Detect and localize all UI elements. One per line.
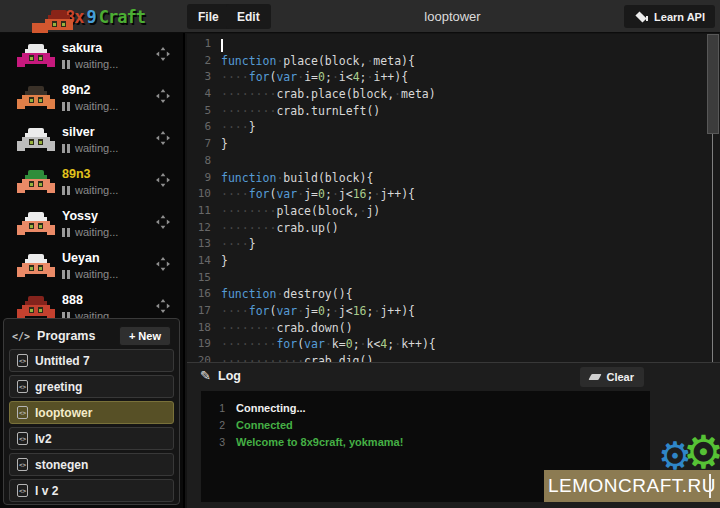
code-line[interactable]: 3····for(var·i=0;·i<4;·i++){ xyxy=(187,69,720,86)
file-code-icon: <> xyxy=(17,380,28,393)
app-window: 8x 9 Craft File Edit looptower Learn API… xyxy=(0,0,720,508)
crab-eye xyxy=(38,181,43,187)
eraser-icon xyxy=(589,374,602,380)
code-line[interactable]: 7} xyxy=(187,136,720,153)
code-line[interactable]: 11········place(block,·j) xyxy=(187,203,720,220)
crab-avatar xyxy=(17,43,55,70)
crab-eye xyxy=(38,265,43,271)
pause-icon xyxy=(62,270,70,279)
code-line[interactable]: 19········for(var·k=0;·k<4;·k++){ xyxy=(187,336,720,353)
crab-avatar xyxy=(17,169,55,196)
learn-api-button[interactable]: Learn API xyxy=(624,5,715,28)
file-code-icon: <> xyxy=(17,484,28,497)
crab-eye xyxy=(38,97,43,103)
program-item[interactable]: <>looptower xyxy=(9,401,174,424)
crab-row[interactable]: sakurawaiting... xyxy=(0,35,183,77)
crab-eye xyxy=(29,181,34,187)
code-line[interactable]: 17····for(var·j=0;·j<16;·j++){ xyxy=(187,303,720,320)
program-item[interactable]: <>stonegen xyxy=(9,453,174,476)
program-item[interactable]: <>lv2 xyxy=(9,427,174,450)
line-number: 15 xyxy=(187,270,211,287)
move-icon[interactable] xyxy=(156,215,170,229)
graduation-cap-icon xyxy=(634,12,648,22)
crab-row[interactable]: 89n3waiting... xyxy=(0,161,183,203)
code-line[interactable]: 12········crab.up() xyxy=(187,220,720,237)
code-line[interactable]: 6····} xyxy=(187,119,720,136)
pause-icon xyxy=(62,186,70,195)
code-icon: </> xyxy=(12,331,30,342)
clear-label: Clear xyxy=(606,371,634,383)
move-icon[interactable] xyxy=(156,257,170,271)
editor-scrollbar[interactable] xyxy=(706,34,720,362)
program-item[interactable]: <>l v 2 xyxy=(9,479,174,502)
line-number: 1 xyxy=(187,36,211,53)
new-program-button[interactable]: + New xyxy=(119,326,171,346)
move-icon[interactable] xyxy=(156,173,170,187)
program-label: Untitled 7 xyxy=(35,354,90,368)
crab-row[interactable]: 888waiting... xyxy=(0,287,183,318)
move-icon[interactable] xyxy=(156,89,170,103)
crab-list: sakurawaiting...89n2waiting...silverwait… xyxy=(0,35,183,318)
status-text: waiting... xyxy=(75,310,118,318)
program-item[interactable]: <>Untitled 7 xyxy=(9,349,174,372)
line-number: 8 xyxy=(187,153,211,170)
gear-icon-green: ⚙ xyxy=(683,429,720,475)
programs-header: </> Programs + New xyxy=(9,323,174,349)
programs-panel: </> Programs + New <>Untitled 7<>greetin… xyxy=(3,318,180,505)
programs-title: Programs xyxy=(37,329,112,343)
code-line[interactable]: 16function·destroy(){ xyxy=(187,286,720,303)
pause-icon xyxy=(62,102,70,111)
line-number: 5 xyxy=(187,103,211,120)
code-line[interactable]: 15 xyxy=(187,270,720,287)
program-item[interactable]: <>greeting xyxy=(9,375,174,398)
log-line-number: 3 xyxy=(201,436,225,448)
code-line[interactable]: 10····for(var·j=0;·j<16;·j++){ xyxy=(187,186,720,203)
code-line[interactable]: 13····} xyxy=(187,236,720,253)
crab-avatar xyxy=(17,127,55,154)
move-icon[interactable] xyxy=(156,131,170,145)
program-label: greeting xyxy=(35,380,82,394)
code-line[interactable]: 18········crab.down() xyxy=(187,320,720,337)
code-line[interactable]: 8 xyxy=(187,153,720,170)
log-line-number: 1 xyxy=(201,402,225,414)
crab-row[interactable]: silverwaiting... xyxy=(0,119,183,161)
crab-eye xyxy=(29,223,34,229)
line-number: 7 xyxy=(187,136,211,153)
status-text: waiting... xyxy=(75,184,118,196)
scrollbar-thumb[interactable] xyxy=(707,34,719,134)
code-editor[interactable]: 12function·place(block,·meta){3····for(v… xyxy=(187,34,720,362)
log-line-number: 2 xyxy=(201,419,225,431)
code-line[interactable]: 5········crab.turnLeft() xyxy=(187,103,720,120)
crab-avatar xyxy=(17,295,55,319)
clear-log-button[interactable]: Clear xyxy=(580,367,644,387)
line-number: 20 xyxy=(187,353,211,362)
code-line[interactable]: 4········crab.place(block,·meta) xyxy=(187,86,720,103)
move-icon[interactable] xyxy=(156,47,170,61)
crab-row[interactable]: Ueyanwaiting... xyxy=(0,245,183,287)
code-line[interactable]: 9function·build(block){ xyxy=(187,170,720,187)
pause-icon xyxy=(62,144,70,153)
program-label: lv2 xyxy=(35,432,52,446)
file-code-icon: <> xyxy=(17,458,28,471)
code-line[interactable]: 2function·place(block,·meta){ xyxy=(187,53,720,70)
line-number: 12 xyxy=(187,220,211,237)
line-number: 16 xyxy=(187,286,211,303)
crab-eye xyxy=(38,139,43,145)
status-text: waiting... xyxy=(75,142,118,154)
move-icon[interactable] xyxy=(156,299,170,313)
status-text: waiting... xyxy=(75,226,118,238)
status-text: waiting... xyxy=(75,268,118,280)
crab-eye xyxy=(38,223,43,229)
line-number: 14 xyxy=(187,253,211,270)
code-line[interactable]: 20············crab.dig() xyxy=(187,353,720,362)
program-label: l v 2 xyxy=(35,484,58,498)
app-logo: 8x 9 Craft xyxy=(0,0,185,33)
crab-row[interactable]: Yossywaiting... xyxy=(0,203,183,245)
log-entry: 3Welcome to 8x9craft, yokmama! xyxy=(201,433,650,450)
code-line[interactable]: 1 xyxy=(187,36,720,53)
program-label: looptower xyxy=(35,406,92,420)
code-line[interactable]: 14} xyxy=(187,253,720,270)
line-number: 10 xyxy=(187,186,211,203)
crab-row[interactable]: 89n2waiting... xyxy=(0,77,183,119)
learn-api-label: Learn API xyxy=(654,11,705,23)
